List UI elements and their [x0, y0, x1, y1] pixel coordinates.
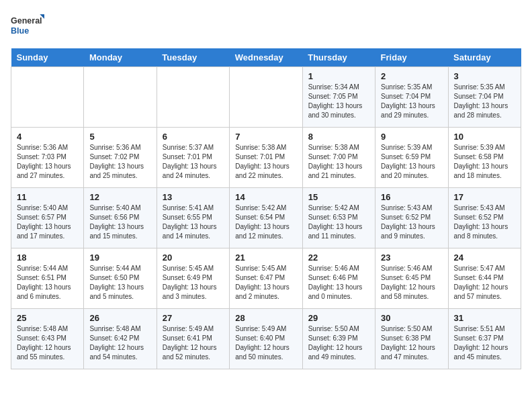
day-number: 3	[454, 71, 515, 81]
cell-4-5: 30Sunrise: 5:50 AMSunset: 6:38 PMDayligh…	[375, 309, 448, 369]
day-number: 7	[235, 132, 296, 142]
cell-1-0: 4Sunrise: 5:36 AMSunset: 7:03 PMDaylight…	[11, 128, 84, 188]
cell-0-3	[230, 67, 302, 128]
day-number: 10	[454, 132, 515, 142]
cell-0-5: 2Sunrise: 5:35 AMSunset: 7:04 PMDaylight…	[375, 67, 448, 128]
cell-4-6: 31Sunrise: 5:51 AMSunset: 6:37 PMDayligh…	[448, 309, 521, 369]
cell-2-0: 11Sunrise: 5:40 AMSunset: 6:57 PMDayligh…	[11, 188, 84, 248]
cell-3-5: 23Sunrise: 5:46 AMSunset: 6:45 PMDayligh…	[375, 248, 448, 309]
day-number: 22	[308, 253, 369, 263]
cell-2-2: 13Sunrise: 5:41 AMSunset: 6:55 PMDayligh…	[157, 188, 229, 248]
day-number: 9	[381, 132, 442, 142]
day-number: 20	[163, 253, 224, 263]
day-info: Sunrise: 5:43 AMSunset: 6:52 PMDaylight:…	[381, 203, 442, 241]
day-number: 1	[308, 71, 369, 81]
header-monday: Monday	[84, 48, 157, 67]
cell-3-1: 19Sunrise: 5:44 AMSunset: 6:50 PMDayligh…	[84, 248, 157, 309]
cell-4-2: 27Sunrise: 5:49 AMSunset: 6:41 PMDayligh…	[157, 309, 229, 369]
svg-text:Blue: Blue	[11, 26, 29, 36]
day-info: Sunrise: 5:48 AMSunset: 6:43 PMDaylight:…	[17, 324, 78, 362]
day-info: Sunrise: 5:38 AMSunset: 7:00 PMDaylight:…	[308, 143, 369, 181]
day-info: Sunrise: 5:41 AMSunset: 6:55 PMDaylight:…	[163, 203, 224, 241]
day-info: Sunrise: 5:45 AMSunset: 6:49 PMDaylight:…	[163, 264, 224, 302]
day-number: 26	[89, 313, 150, 323]
cell-4-3: 28Sunrise: 5:49 AMSunset: 6:40 PMDayligh…	[230, 309, 302, 369]
day-info: Sunrise: 5:47 AMSunset: 6:44 PMDaylight:…	[454, 264, 515, 302]
day-info: Sunrise: 5:46 AMSunset: 6:45 PMDaylight:…	[381, 264, 442, 302]
cell-2-5: 16Sunrise: 5:43 AMSunset: 6:52 PMDayligh…	[375, 188, 448, 248]
cell-3-3: 21Sunrise: 5:45 AMSunset: 6:47 PMDayligh…	[230, 248, 302, 309]
cell-1-3: 7Sunrise: 5:38 AMSunset: 7:01 PMDaylight…	[230, 128, 302, 188]
day-number: 5	[89, 132, 150, 142]
header-friday: Friday	[375, 48, 448, 67]
day-number: 15	[308, 192, 369, 202]
cell-1-6: 10Sunrise: 5:39 AMSunset: 6:58 PMDayligh…	[448, 128, 521, 188]
header-saturday: Saturday	[448, 48, 521, 67]
day-info: Sunrise: 5:35 AMSunset: 7:04 PMDaylight:…	[381, 83, 442, 120]
day-info: Sunrise: 5:39 AMSunset: 6:59 PMDaylight:…	[381, 143, 442, 181]
day-number: 13	[163, 192, 224, 202]
logo: General Blue	[11, 11, 44, 40]
day-info: Sunrise: 5:40 AMSunset: 6:57 PMDaylight:…	[17, 203, 78, 241]
cell-1-1: 5Sunrise: 5:36 AMSunset: 7:02 PMDaylight…	[84, 128, 157, 188]
day-info: Sunrise: 5:50 AMSunset: 6:38 PMDaylight:…	[381, 324, 442, 362]
day-info: Sunrise: 5:51 AMSunset: 6:37 PMDaylight:…	[454, 324, 515, 362]
day-info: Sunrise: 5:46 AMSunset: 6:46 PMDaylight:…	[308, 264, 369, 302]
day-number: 19	[89, 253, 150, 263]
cell-1-2: 6Sunrise: 5:37 AMSunset: 7:01 PMDaylight…	[157, 128, 229, 188]
cell-0-1	[84, 67, 157, 128]
day-info: Sunrise: 5:39 AMSunset: 6:58 PMDaylight:…	[454, 143, 515, 181]
week-row-1: 1Sunrise: 5:34 AMSunset: 7:05 PMDaylight…	[11, 67, 521, 128]
day-number: 23	[381, 253, 442, 263]
header-wednesday: Wednesday	[230, 48, 302, 67]
day-info: Sunrise: 5:36 AMSunset: 7:02 PMDaylight:…	[89, 143, 150, 181]
day-number: 28	[235, 313, 296, 323]
day-number: 2	[381, 71, 442, 81]
day-info: Sunrise: 5:50 AMSunset: 6:39 PMDaylight:…	[308, 324, 369, 362]
day-info: Sunrise: 5:42 AMSunset: 6:54 PMDaylight:…	[235, 203, 296, 241]
cell-4-4: 29Sunrise: 5:50 AMSunset: 6:39 PMDayligh…	[302, 309, 375, 369]
day-info: Sunrise: 5:49 AMSunset: 6:41 PMDaylight:…	[163, 324, 224, 362]
cell-0-2	[157, 67, 229, 128]
cell-0-4: 1Sunrise: 5:34 AMSunset: 7:05 PMDaylight…	[302, 67, 375, 128]
day-info: Sunrise: 5:38 AMSunset: 7:01 PMDaylight:…	[235, 143, 296, 181]
day-number: 6	[163, 132, 224, 142]
day-number: 4	[17, 132, 78, 142]
day-info: Sunrise: 5:44 AMSunset: 6:51 PMDaylight:…	[17, 264, 78, 302]
day-number: 14	[235, 192, 296, 202]
logo-svg: General Blue	[11, 11, 44, 40]
svg-text:General: General	[11, 16, 42, 26]
header: General Blue	[11, 11, 521, 40]
cell-2-3: 14Sunrise: 5:42 AMSunset: 6:54 PMDayligh…	[230, 188, 302, 248]
day-info: Sunrise: 5:37 AMSunset: 7:01 PMDaylight:…	[163, 143, 224, 181]
cell-2-6: 17Sunrise: 5:43 AMSunset: 6:52 PMDayligh…	[448, 188, 521, 248]
cell-0-6: 3Sunrise: 5:35 AMSunset: 7:04 PMDaylight…	[448, 67, 521, 128]
day-number: 27	[163, 313, 224, 323]
day-number: 24	[454, 253, 515, 263]
day-number: 30	[381, 313, 442, 323]
day-info: Sunrise: 5:45 AMSunset: 6:47 PMDaylight:…	[235, 264, 296, 302]
cell-3-0: 18Sunrise: 5:44 AMSunset: 6:51 PMDayligh…	[11, 248, 84, 309]
week-row-2: 4Sunrise: 5:36 AMSunset: 7:03 PMDaylight…	[11, 128, 521, 188]
day-number: 16	[381, 192, 442, 202]
day-info: Sunrise: 5:44 AMSunset: 6:50 PMDaylight:…	[89, 264, 150, 302]
week-row-5: 25Sunrise: 5:48 AMSunset: 6:43 PMDayligh…	[11, 309, 521, 369]
day-number: 8	[308, 132, 369, 142]
day-info: Sunrise: 5:48 AMSunset: 6:42 PMDaylight:…	[89, 324, 150, 362]
day-info: Sunrise: 5:40 AMSunset: 6:56 PMDaylight:…	[89, 203, 150, 241]
cell-4-0: 25Sunrise: 5:48 AMSunset: 6:43 PMDayligh…	[11, 309, 84, 369]
day-info: Sunrise: 5:49 AMSunset: 6:40 PMDaylight:…	[235, 324, 296, 362]
cell-3-6: 24Sunrise: 5:47 AMSunset: 6:44 PMDayligh…	[448, 248, 521, 309]
cell-1-4: 8Sunrise: 5:38 AMSunset: 7:00 PMDaylight…	[302, 128, 375, 188]
day-info: Sunrise: 5:36 AMSunset: 7:03 PMDaylight:…	[17, 143, 78, 181]
week-row-4: 18Sunrise: 5:44 AMSunset: 6:51 PMDayligh…	[11, 248, 521, 309]
calendar-table: SundayMondayTuesdayWednesdayThursdayFrid…	[11, 48, 521, 369]
day-number: 29	[308, 313, 369, 323]
cell-0-0	[11, 67, 84, 128]
day-number: 11	[17, 192, 78, 202]
cell-2-1: 12Sunrise: 5:40 AMSunset: 6:56 PMDayligh…	[84, 188, 157, 248]
cell-3-2: 20Sunrise: 5:45 AMSunset: 6:49 PMDayligh…	[157, 248, 229, 309]
day-number: 31	[454, 313, 515, 323]
day-number: 12	[89, 192, 150, 202]
day-number: 21	[235, 253, 296, 263]
